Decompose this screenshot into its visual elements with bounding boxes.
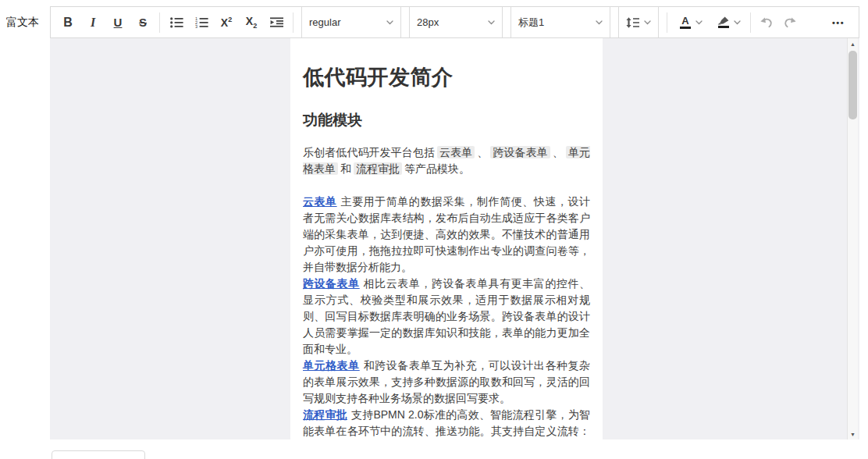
rich-text-editor: B I U S 1 2 3 X (50, 6, 859, 439)
subscript-button[interactable]: X2 (239, 11, 264, 34)
scrollbar-thumb[interactable] (848, 51, 857, 119)
undo-button[interactable] (755, 11, 778, 34)
section-cell-form: 单元格表单和跨设备表单互为补充，可以设计出各种复杂的表单展示效果，支持多种数据源… (303, 358, 590, 407)
toolbar-divider (750, 12, 751, 33)
undo-icon (760, 16, 774, 29)
intro-text: 乐创者低代码开发平台包括 (303, 146, 435, 158)
term-tag: 云表单 (437, 146, 475, 158)
doc-link-workflow-approval[interactable]: 流程审批 (303, 408, 347, 421)
bullet-list-icon (170, 17, 183, 28)
intro-text: 、 (477, 146, 488, 158)
scroll-down-button[interactable]: ▼ (848, 429, 858, 439)
editor-label: 富文本 (6, 16, 39, 30)
intro-text: 和 (340, 162, 351, 175)
font-family-value: regular (309, 16, 340, 28)
partial-bottom-control[interactable] (52, 450, 145, 459)
bullet-list-button[interactable] (164, 11, 189, 34)
document-page[interactable]: 低代码开发简介 功能模块 乐创者低代码开发平台包括云表单、跨设备表单、单元格表单… (290, 38, 603, 439)
superscript-button[interactable]: X2 (214, 11, 239, 34)
font-size-value: 28px (417, 16, 439, 28)
doc-link-cross-device-form[interactable]: 跨设备表单 (303, 277, 360, 290)
redo-icon (783, 16, 797, 29)
superscript-icon: X2 (221, 16, 232, 29)
scrollbar-track[interactable]: ▲ ▼ (847, 38, 858, 439)
indent-icon (270, 17, 283, 27)
editor-content-area[interactable]: 低代码开发简介 功能模块 乐创者低代码开发平台包括云表单、跨设备表单、单元格表单… (50, 38, 859, 439)
term-tag: 流程审批 (354, 162, 402, 175)
section-text: 主要用于简单的数据采集，制作简便、快速，设计者无需关心数据库表结构，发布后自动生… (303, 195, 590, 273)
chevron-down-icon (596, 20, 603, 25)
chevron-down-icon (734, 20, 741, 25)
section-cloud-form: 云表单主要用于简单的数据采集，制作简便、快速，设计者无需关心数据库表结构，发布后… (303, 194, 590, 276)
doc-link-cell-form[interactable]: 单元格表单 (303, 359, 360, 372)
chevron-down-icon (386, 20, 393, 25)
text-color-icon: A (680, 16, 691, 29)
section-workflow-approval: 流程审批支持BPMN 2.0标准的高效、智能流程引擎，为智能表单在各环节中的流转… (303, 407, 590, 439)
chevron-down-icon (488, 20, 495, 25)
intro-text: 、 (553, 146, 564, 158)
chevron-down-icon (644, 20, 651, 25)
more-button[interactable]: ••• (826, 11, 851, 34)
toolbar-divider (667, 12, 667, 33)
underline-button[interactable]: U (105, 11, 130, 34)
italic-button[interactable]: I (80, 11, 105, 34)
intro-paragraph: 乐创者低代码开发平台包括云表单、跨设备表单、单元格表单和流程审批等产品模块。 (303, 144, 590, 177)
toolbar-divider (293, 12, 293, 33)
line-height-button[interactable] (618, 7, 659, 37)
toolbar: B I U S 1 2 3 X (50, 6, 859, 38)
font-size-select[interactable]: 28px (409, 7, 503, 37)
line-height-icon (626, 17, 639, 28)
paragraph-style-select[interactable]: 标题1 (510, 7, 610, 37)
toolbar-divider (159, 12, 160, 33)
font-family-select[interactable]: regular (301, 7, 401, 37)
doc-link-cloud-form[interactable]: 云表单 (303, 195, 337, 208)
blank-line (303, 177, 590, 194)
strikethrough-button[interactable]: S (130, 11, 155, 34)
redo-button[interactable] (778, 11, 802, 34)
bold-button[interactable]: B (55, 11, 80, 34)
doc-title: 低代码开发简介 (303, 65, 590, 90)
indent-button[interactable] (264, 11, 289, 34)
text-color-button[interactable]: A (673, 7, 707, 37)
paragraph-style-value: 标题1 (518, 16, 544, 30)
doc-heading: 功能模块 (303, 112, 590, 129)
scroll-up-button[interactable]: ▲ (848, 38, 858, 49)
chevron-down-icon (695, 20, 703, 25)
highlight-color-button[interactable] (710, 7, 745, 37)
subscript-icon: X2 (246, 15, 257, 30)
ordered-list-icon: 1 2 3 (195, 17, 208, 28)
svg-text:3: 3 (195, 24, 197, 28)
section-cross-device-form: 跨设备表单相比云表单，跨设备表单具有更丰富的控件、显示方式、校验类型和展示效果，… (303, 276, 590, 358)
term-tag: 跨设备表单 (490, 146, 550, 158)
highlighter-icon (717, 16, 729, 28)
ordered-list-button[interactable]: 1 2 3 (189, 11, 214, 34)
intro-text: 等产品模块。 (404, 162, 470, 175)
toolbar-spacer (802, 7, 826, 37)
